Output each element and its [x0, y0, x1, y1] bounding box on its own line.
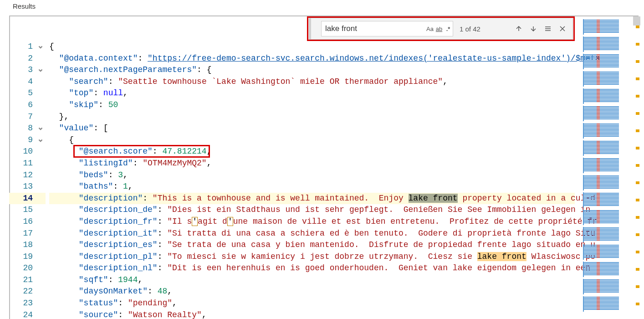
code-line[interactable]: "description_es": "Se trata de una casa … [49, 239, 575, 251]
fold-chevron-icon[interactable] [37, 66, 44, 72]
minimap-match-marker [636, 95, 639, 98]
line-number: 20 [9, 262, 46, 274]
line-number: 1 [9, 41, 46, 53]
code-line[interactable]: "@odata.context": "https://free-demo-sea… [49, 53, 575, 65]
close-find-button[interactable] [556, 22, 569, 35]
code-line[interactable]: "description": "This is a townhouse and … [49, 193, 575, 205]
fold-chevron-icon[interactable] [37, 43, 44, 49]
fold-chevron-icon[interactable] [37, 124, 44, 131]
minimap-match-marker [636, 285, 639, 288]
find-widget: Aa ab .* 1 of 42 [309, 18, 573, 40]
line-number: 19 [9, 251, 46, 263]
minimap-match-marker [636, 233, 639, 236]
minimap-match-marker [636, 268, 639, 271]
line-number: 24 [9, 309, 46, 319]
code-editor[interactable]: 123456789101112131415161718192021222324 … [9, 41, 639, 319]
code-line[interactable]: "top": null, [49, 87, 575, 99]
minimap-block[interactable] [583, 106, 634, 121]
minimap-block[interactable] [583, 158, 634, 173]
minimap-match-marker [636, 147, 639, 149]
line-number: 16 [9, 216, 46, 228]
line-number: 3 [9, 64, 46, 76]
find-actions [512, 22, 569, 35]
line-number: 12 [9, 170, 46, 181]
code-line[interactable]: "sqft": 1944, [49, 274, 575, 286]
code-line[interactable]: "description_de": "Dies ist ein Stadthau… [49, 204, 575, 216]
minimap-match-marker [636, 43, 639, 46]
code-line[interactable]: "@search.nextPageParameters": { [49, 64, 575, 76]
line-number: 15 [9, 204, 46, 216]
line-number: 11 [9, 158, 46, 170]
minimap-block[interactable] [583, 244, 634, 260]
minimap-block[interactable] [583, 210, 634, 225]
line-number: 17 [9, 228, 46, 240]
code-line[interactable]: "beds": 3, [49, 170, 575, 181]
code-line[interactable]: "listingId": "OTM4MzMyMQ2", [49, 158, 575, 170]
line-number: 7 [9, 111, 46, 123]
code-line[interactable]: "baths": 1, [49, 181, 575, 193]
code-line[interactable]: { [49, 41, 575, 53]
line-number: 8 [9, 123, 46, 134]
minimap-block[interactable] [583, 54, 634, 69]
line-number: 18 [9, 239, 46, 251]
minimap-block[interactable] [583, 123, 634, 139]
whole-word-toggle[interactable]: ab [434, 24, 444, 34]
minimap-block[interactable] [583, 36, 634, 52]
code-line[interactable]: "@search.score": 47.812214, [49, 146, 575, 158]
minimap-block[interactable] [583, 279, 634, 294]
minimap-block[interactable] [583, 88, 634, 104]
code-line[interactable]: "description_nl": "Dit is een herenhuis … [49, 262, 575, 274]
minimap-block[interactable] [583, 140, 634, 156]
find-in-selection-button[interactable] [542, 22, 554, 35]
minimap[interactable] [582, 16, 640, 319]
minimap-block[interactable] [583, 262, 634, 277]
code-line[interactable]: }, [49, 111, 575, 123]
find-input[interactable] [322, 24, 425, 33]
minimap-match-marker [636, 216, 639, 219]
line-number: 13 [9, 181, 46, 193]
code-line[interactable]: "skip": 50 [49, 99, 575, 111]
minimap-block[interactable] [583, 227, 634, 242]
line-number: 23 [9, 298, 46, 309]
code-line[interactable]: { [49, 134, 575, 146]
code-line[interactable]: "description_fr": "Il s'agit d'une maiso… [49, 216, 575, 228]
find-resize-sash[interactable] [309, 18, 311, 39]
code-line[interactable]: "search": "Seattle townhouse `Lake Washi… [49, 76, 575, 88]
line-number: 4 [9, 76, 46, 88]
next-match-button[interactable] [527, 22, 540, 35]
code-line[interactable]: "description_pl": "To miesci sie w kamie… [49, 251, 575, 263]
code-line[interactable]: "daysOnMarket": 48, [49, 286, 575, 298]
code-line[interactable]: "description_it": "Si tratta di una casa… [49, 228, 575, 240]
code-line[interactable]: "value": [ [49, 123, 575, 134]
line-number: 9 [9, 134, 46, 146]
minimap-match-marker [636, 199, 639, 201]
match-case-toggle[interactable]: Aa [425, 24, 434, 34]
minimap-block[interactable] [583, 296, 634, 312]
results-heading: Results [13, 2, 36, 10]
line-number: 5 [9, 87, 46, 99]
minimap-match-marker [636, 181, 639, 184]
regex-toggle[interactable]: .* [444, 24, 453, 34]
minimap-match-marker [636, 129, 639, 132]
minimap-match-marker [636, 251, 639, 253]
code-line[interactable]: "source": "Watson Realty", [49, 309, 575, 319]
previous-match-button[interactable] [512, 22, 525, 35]
minimap-match-marker [636, 60, 639, 63]
code-line[interactable]: "status": "pending", [49, 298, 575, 309]
minimap-match-marker [636, 164, 639, 167]
find-match-count: 1 of 42 [460, 25, 489, 33]
minimap-block[interactable] [583, 71, 634, 87]
minimap-scrollbar[interactable] [633, 16, 640, 26]
minimap-match-marker [636, 303, 639, 305]
line-number: 10 [9, 146, 46, 158]
line-number-gutter: 123456789101112131415161718192021222324 [9, 41, 46, 319]
minimap-block[interactable] [583, 192, 634, 208]
find-input-wrap: Aa ab .* [321, 21, 453, 36]
minimap-match-marker [636, 112, 639, 115]
line-number: 21 [9, 274, 46, 286]
minimap-block[interactable] [583, 19, 634, 35]
line-number: 6 [9, 99, 46, 111]
minimap-block[interactable] [583, 175, 634, 190]
fold-chevron-icon[interactable] [37, 136, 44, 143]
code-content[interactable]: { "@odata.context": "https://free-demo-s… [49, 41, 575, 319]
